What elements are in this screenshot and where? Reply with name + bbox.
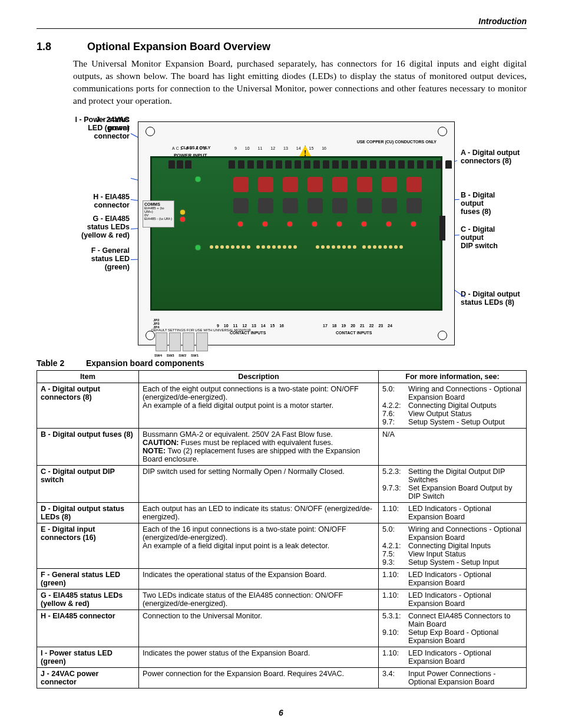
- cell-more-info: 1.10:LED Indicators - Optional Expansion…: [379, 589, 527, 610]
- board-outline: USE COPPER (CU) CONDUCTORS ONLY CLASS 2 …: [138, 121, 455, 345]
- table-number: Table 2: [37, 358, 84, 368]
- board-text-use-copper: USE COPPER (CU) CONDUCTORS ONLY: [357, 140, 437, 144]
- cell-item: B - Digital output fuses (8): [37, 428, 139, 465]
- board-text-sw: SW4 SW3 SW2 SW1: [154, 354, 199, 357]
- cell-more-info: 1.10:LED Indicators - Optional Expansion…: [379, 568, 527, 589]
- table-row: F - General status LED (green)Indicates …: [37, 568, 527, 589]
- dip-switches: [156, 332, 208, 351]
- callout-G: G - EIA485 status LEDs (yellow & red): [58, 215, 130, 240]
- board-text-input-nums-right: 17 18 19 20 21 22 23 24: [323, 324, 392, 328]
- screw-hole-icon: [146, 331, 155, 340]
- output-relays: [233, 177, 422, 192]
- eia485-led-yellow: [180, 210, 185, 215]
- cell-item: C - Digital output DIP switch: [37, 465, 139, 502]
- callout-A: A - Digital output connectors (8): [461, 149, 520, 166]
- general-status-led: [196, 245, 200, 250]
- cell-more-info: 5.3.1:Connect EIA485 Connectors to Main …: [379, 610, 527, 647]
- output-dip-switch: [439, 216, 445, 241]
- table-row: G - EIA485 status LEDs (yellow & red)Two…: [37, 589, 527, 610]
- board-text-comms: COMMS: [144, 202, 173, 206]
- cell-description: Indicates the power status of the Expans…: [139, 647, 379, 667]
- input-connectors-right: [316, 245, 403, 256]
- board-text-jp: JP2 JP3 JP4: [153, 318, 160, 329]
- page-number: 6: [0, 708, 562, 717]
- cell-description: Bussmann GMA-2 or equivalent. 250V 2A Fa…: [139, 428, 379, 465]
- power-terminals: [168, 160, 191, 169]
- running-head: Introduction: [37, 17, 527, 29]
- callout-B: B - Digital output fuses (8): [461, 191, 495, 216]
- components-table: Item Description For more information, s…: [37, 370, 527, 689]
- cell-more-info: 3.4:Input Power Connections - Optional E…: [379, 667, 527, 688]
- table-body: A - Digital output connectors (8)Each of…: [37, 383, 527, 688]
- table-row: J - 24VAC power connectorPower connectio…: [37, 667, 527, 688]
- cell-more-info: 1.10:LED Indicators - Optional Expansion…: [379, 647, 527, 667]
- cell-more-info: 5.0:Wiring and Connections - Optional Ex…: [379, 383, 527, 428]
- table-row: A - Digital output connectors (8)Each of…: [37, 383, 527, 428]
- th-item: Item: [37, 370, 139, 383]
- cell-more-info: 5.2.3:Setting the Digital Output DIP Swi…: [379, 465, 527, 502]
- cell-more-info: N/A: [379, 428, 527, 465]
- section-paragraph: The Universal Monitor Expansion Board, p…: [73, 58, 527, 107]
- cell-description: DIP switch used for setting Normally Ope…: [139, 465, 379, 502]
- cell-item: F - General status LED (green): [37, 568, 139, 589]
- table-row: I - Power status LED (green)Indicates th…: [37, 647, 527, 667]
- cell-item: I - Power status LED (green): [37, 647, 139, 667]
- cell-description: Each of the eight output connections is …: [139, 383, 379, 428]
- th-more-info: For more information, see:: [379, 370, 527, 383]
- table-row: C - Digital output DIP switchDIP switch …: [37, 465, 527, 502]
- cell-description: Each of the 16 input connections is a tw…: [139, 523, 379, 568]
- section-heading: 1.8 Optional Expansion Board Overview: [37, 41, 527, 53]
- input-connectors-left: [210, 245, 297, 256]
- cell-description: Each output has an LED to indicate its s…: [139, 502, 379, 523]
- table-row: D - Digital output status LEDs (8)Each o…: [37, 502, 527, 523]
- output-fuses: [233, 198, 422, 213]
- callout-H: H - EIA485 connector: [77, 193, 130, 210]
- board-text-comms-sub3: EIA485 - (to UM-): [144, 217, 173, 220]
- comms-block: COMMS EIA485 + (to UM+) 0V EIA485 - (to …: [143, 200, 174, 228]
- section-number: 1.8: [37, 41, 71, 53]
- cell-item: H - EIA485 connector: [37, 610, 139, 647]
- board-text-relay-nums: 9 10 11 12 13 14 15 16: [234, 146, 326, 150]
- cell-item: E - Digital input connectors (16): [37, 523, 139, 568]
- board-text-default-note: DEFAULT SETTINGS FOR USE WITH UNIVERSAL …: [151, 328, 251, 332]
- table-row: E - Digital input connectors (16)Each of…: [37, 523, 527, 568]
- output-terminals: [229, 160, 452, 169]
- table-caption: Table 2 Expansion board components: [37, 358, 527, 368]
- cell-description: Power connection for the Expansion Board…: [139, 667, 379, 688]
- callout-I: I - Power status LED (green): [49, 116, 130, 133]
- board-text-comms-sub1: EIA485 + (to UM+): [144, 206, 173, 213]
- cell-description: Two LEDs indicate status of the EIA485 c…: [139, 589, 379, 610]
- cell-description: Indicates the operational status of the …: [139, 568, 379, 589]
- callout-F: F - General status LED (green): [67, 246, 130, 272]
- power-status-led: [196, 177, 200, 182]
- board-text-input-nums-left: 9 10 11 12 13 14 15 16: [217, 324, 284, 328]
- board-text-contact-inputs-r: CONTACT INPUTS: [336, 331, 372, 335]
- cell-item: D - Digital output status LEDs (8): [37, 502, 139, 523]
- cell-item: G - EIA485 status LEDs (yellow & red): [37, 589, 139, 610]
- table-row: B - Digital output fuses (8)Bussmann GMA…: [37, 428, 527, 465]
- expansion-board-figure: J - 24VAC power connector I - Power stat…: [37, 116, 527, 351]
- table-title: Expansion board components: [86, 358, 204, 368]
- cell-more-info: 5.0:Wiring and Connections - Optional Ex…: [379, 523, 527, 568]
- screw-hole-icon: [146, 127, 155, 136]
- pcb: AC1 0V AC2 9 10 11 12 13 14 15 16: [150, 156, 442, 311]
- section-title: Optional Expansion Board Overview: [87, 41, 270, 53]
- cell-item: A - Digital output connectors (8): [37, 383, 139, 428]
- table-row: H - EIA485 connectorConnection to the Un…: [37, 610, 527, 647]
- table-header-row: Item Description For more information, s…: [37, 370, 527, 383]
- screw-hole-icon: [438, 331, 447, 340]
- screw-hole-icon: [438, 127, 447, 136]
- callout-D: D - Digital output status LEDs (8): [461, 290, 520, 307]
- cell-description: Connection to the Universal Monitor.: [139, 610, 379, 647]
- th-description: Description: [139, 370, 379, 383]
- cell-item: J - 24VAC power connector: [37, 667, 139, 688]
- board-text-ac-labels: AC1 0V AC2: [172, 146, 207, 150]
- cell-more-info: 1.10:LED Indicators - Optional Expansion…: [379, 502, 527, 523]
- eia485-led-red: [180, 217, 185, 222]
- output-status-leds: [238, 222, 416, 226]
- callout-C: C - Digital output DIP switch: [461, 225, 498, 251]
